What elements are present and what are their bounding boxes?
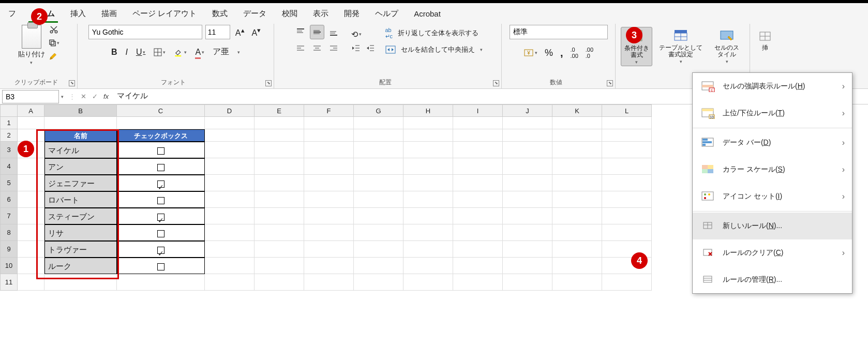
cell-K4[interactable]: [552, 158, 602, 175]
cell-I7[interactable]: [453, 208, 503, 224]
cell-J2[interactable]: [503, 129, 552, 142]
font-dialog-launcher[interactable]: ⬊: [265, 80, 272, 86]
cell-I4[interactable]: [453, 158, 503, 175]
cell-H7[interactable]: [403, 208, 453, 224]
cell-J4[interactable]: [503, 158, 552, 175]
cell-K3[interactable]: [552, 142, 602, 158]
menu-data-bars[interactable]: データ バー(D) ›: [693, 129, 852, 156]
cell-L11[interactable]: [602, 274, 652, 291]
insert-cells-button[interactable]: 挿: [755, 27, 775, 52]
cell-G11[interactable]: [354, 274, 403, 291]
menu-insert[interactable]: 挿入: [67, 7, 89, 21]
menu-icon-sets[interactable]: アイコン セット(I) ›: [693, 183, 852, 210]
cell-G9[interactable]: [354, 241, 403, 258]
checkbox[interactable]: [157, 164, 164, 171]
cell-B4[interactable]: アン: [44, 158, 117, 175]
checkbox[interactable]: [157, 147, 164, 155]
accounting-format-button[interactable]: ¥▾: [523, 49, 537, 57]
cell-D8[interactable]: [205, 224, 255, 241]
cell-C3[interactable]: [117, 142, 205, 158]
cell-H1[interactable]: [403, 117, 453, 129]
column-header-H[interactable]: H: [403, 104, 453, 117]
cell-K5[interactable]: [552, 175, 602, 191]
cell-E7[interactable]: [255, 208, 304, 224]
cell-B7[interactable]: スティーブン: [44, 208, 117, 224]
menu-clear-rules[interactable]: ルールのクリア(C) ›: [693, 239, 852, 266]
cell-I8[interactable]: [453, 224, 503, 241]
cell-E3[interactable]: [255, 142, 304, 158]
cell-F2[interactable]: [304, 129, 354, 142]
align-middle-button[interactable]: [310, 25, 324, 39]
cell-K7[interactable]: [552, 208, 602, 224]
chevron-down-icon[interactable]: ▾: [30, 60, 33, 65]
column-header-F[interactable]: F: [304, 104, 354, 117]
cell-E4[interactable]: [255, 158, 304, 175]
cell-G3[interactable]: [354, 142, 403, 158]
cell-G1[interactable]: [354, 117, 403, 129]
cell-L3[interactable]: [602, 142, 652, 158]
cell-B9[interactable]: トラヴァー: [44, 241, 117, 258]
row-header-8[interactable]: 8: [0, 224, 18, 241]
checkbox[interactable]: [157, 180, 164, 188]
row-header-10[interactable]: 10: [0, 258, 18, 274]
cell-G10[interactable]: [354, 258, 403, 274]
cell-D6[interactable]: [205, 191, 255, 208]
cancel-formula-button[interactable]: ✕: [78, 91, 89, 102]
cell-E10[interactable]: [255, 258, 304, 274]
cell-D4[interactable]: [205, 158, 255, 175]
align-center-button[interactable]: [310, 41, 324, 56]
cell-J8[interactable]: [503, 224, 552, 241]
cell-E8[interactable]: [255, 224, 304, 241]
select-all-button[interactable]: [0, 104, 18, 117]
column-header-G[interactable]: G: [354, 104, 403, 117]
cell-J1[interactable]: [503, 117, 552, 129]
cell-K8[interactable]: [552, 224, 602, 241]
cell-C1[interactable]: [117, 117, 205, 129]
cell-H3[interactable]: [403, 142, 453, 158]
cell-J3[interactable]: [503, 142, 552, 158]
paste-button[interactable]: 貼り付け ▾: [18, 25, 45, 65]
cell-B8[interactable]: リサ: [44, 224, 117, 241]
cell-H9[interactable]: [403, 241, 453, 258]
cell-K9[interactable]: [552, 241, 602, 258]
number-dialog-launcher[interactable]: ⬊: [607, 80, 613, 86]
column-header-E[interactable]: E: [255, 104, 304, 117]
menu-review[interactable]: 校閲: [279, 7, 301, 21]
cell-J6[interactable]: [503, 191, 552, 208]
cell-A2[interactable]: [18, 129, 44, 142]
border-button[interactable]: ▾: [154, 48, 166, 56]
cell-K1[interactable]: [552, 117, 602, 129]
cell-F1[interactable]: [304, 117, 354, 129]
menu-color-scales[interactable]: カラー スケール(S) ›: [693, 156, 852, 183]
checkbox[interactable]: [157, 214, 164, 221]
menu-highlight-cells-rules[interactable]: ≤ セルの強調表示ルール(H) ›: [693, 73, 852, 100]
cell-K10[interactable]: [552, 258, 602, 274]
cell-L5[interactable]: [602, 175, 652, 191]
cut-button[interactable]: [48, 25, 59, 34]
alignment-dialog-launcher[interactable]: ⬊: [493, 80, 499, 86]
copy-button[interactable]: ▾: [48, 38, 59, 48]
cell-G6[interactable]: [354, 191, 403, 208]
cell-D11[interactable]: [205, 274, 255, 291]
cell-G7[interactable]: [354, 208, 403, 224]
font-color-button[interactable]: A▾: [195, 48, 204, 57]
cell-L4[interactable]: [602, 158, 652, 175]
cell-G4[interactable]: [354, 158, 403, 175]
cell-L1[interactable]: [602, 117, 652, 129]
row-header-9[interactable]: 9: [0, 241, 18, 258]
cell-E9[interactable]: [255, 241, 304, 258]
clipboard-dialog-launcher[interactable]: ⬊: [69, 80, 75, 86]
cell-D3[interactable]: [205, 142, 255, 158]
menu-view[interactable]: 表示: [310, 7, 332, 21]
menu-draw[interactable]: 描画: [98, 7, 120, 21]
decrease-decimal-button[interactable]: .00.0: [586, 47, 593, 59]
increase-indent-button[interactable]: [366, 44, 375, 52]
column-header-J[interactable]: J: [503, 104, 552, 117]
decrease-font-button[interactable]: A▾: [250, 25, 263, 39]
cell-A5[interactable]: [18, 175, 44, 191]
checkbox[interactable]: [157, 263, 164, 270]
cell-I9[interactable]: [453, 241, 503, 258]
merge-center-button[interactable]: セルを結合して中央揃え▾: [385, 45, 483, 54]
cell-G5[interactable]: [354, 175, 403, 191]
cell-J10[interactable]: [503, 258, 552, 274]
